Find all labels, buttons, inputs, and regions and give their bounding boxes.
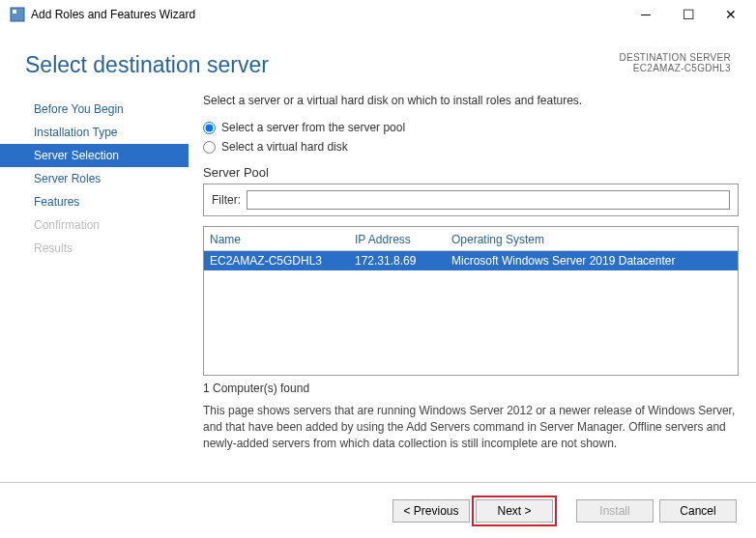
content-pane: Select a server or a virtual hard disk o… (189, 88, 739, 482)
wizard-nav: Before You Begin Installation Type Serve… (0, 88, 189, 482)
previous-button[interactable]: < Previous (393, 499, 470, 523)
radio-server-pool[interactable] (203, 122, 216, 134)
close-button[interactable]: ✕ (710, 0, 752, 29)
cell-name: EC2AMAZ-C5GDHL3 (210, 254, 355, 268)
instruction-text: Select a server or a virtual hard disk o… (203, 94, 739, 107)
cell-os: Microsoft Windows Server 2019 Datacenter (451, 254, 732, 268)
nav-server-selection[interactable]: Server Selection (0, 144, 189, 167)
col-header-name[interactable]: Name (210, 233, 355, 246)
nav-features[interactable]: Features (0, 190, 189, 213)
destination-value: EC2AMAZ-C5GDHL3 (619, 63, 731, 73)
destination-label: DESTINATION SERVER (619, 52, 731, 63)
maximize-button[interactable]: ☐ (667, 0, 710, 29)
radio-server-pool-label: Select a server from the server pool (221, 121, 405, 134)
table-header: Name IP Address Operating System (204, 227, 738, 251)
window-title: Add Roles and Features Wizard (31, 8, 625, 21)
svg-rect-1 (13, 10, 16, 14)
col-header-os[interactable]: Operating System (451, 233, 732, 246)
cancel-button[interactable]: Cancel (659, 499, 737, 523)
header: Select destination server DESTINATION SE… (0, 29, 756, 88)
main: Before You Begin Installation Type Serve… (0, 88, 756, 482)
app-icon (10, 7, 25, 22)
radio-server-pool-row[interactable]: Select a server from the server pool (203, 121, 739, 134)
filter-row: Filter: (203, 184, 739, 216)
radio-vhd[interactable] (203, 141, 216, 154)
server-pool-table: Name IP Address Operating System EC2AMAZ… (203, 226, 739, 376)
filter-input[interactable] (247, 190, 730, 210)
radio-vhd-row[interactable]: Select a virtual hard disk (203, 140, 739, 154)
install-button: Install (576, 499, 654, 523)
nav-confirmation: Confirmation (0, 213, 189, 237)
nav-before-you-begin[interactable]: Before You Begin (0, 98, 189, 121)
computer-count: 1 Computer(s) found (203, 382, 739, 395)
cell-ip: 172.31.8.69 (355, 254, 451, 268)
nav-server-roles[interactable]: Server Roles (0, 167, 189, 190)
destination-info: DESTINATION SERVER EC2AMAZ-C5GDHL3 (619, 52, 731, 73)
table-body: EC2AMAZ-C5GDHL3 172.31.8.69 Microsoft Wi… (204, 251, 738, 375)
note-text: This page shows servers that are running… (203, 403, 739, 451)
table-row[interactable]: EC2AMAZ-C5GDHL3 172.31.8.69 Microsoft Wi… (204, 251, 738, 270)
radio-vhd-label: Select a virtual hard disk (221, 140, 348, 154)
nav-button-group: < Previous Next > (393, 499, 553, 523)
col-header-ip[interactable]: IP Address (355, 233, 451, 246)
minimize-button[interactable]: ─ (625, 0, 667, 29)
window-controls: ─ ☐ ✕ (625, 0, 752, 29)
nav-installation-type[interactable]: Installation Type (0, 121, 189, 144)
next-button[interactable]: Next > (476, 499, 553, 523)
page-title: Select destination server (25, 52, 619, 78)
filter-label: Filter: (212, 193, 241, 207)
server-pool-label: Server Pool (203, 165, 739, 180)
titlebar: Add Roles and Features Wizard ─ ☐ ✕ (0, 0, 756, 29)
footer: < Previous Next > Install Cancel (0, 482, 756, 530)
nav-results: Results (0, 237, 189, 260)
